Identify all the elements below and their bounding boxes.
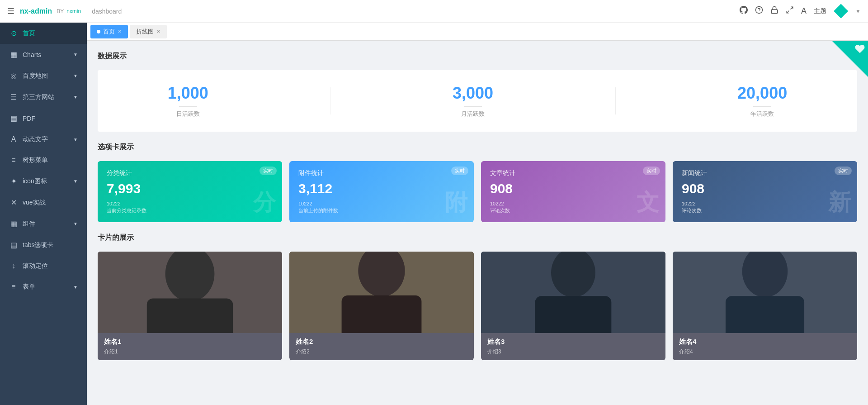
stat-daily-divider (179, 106, 197, 107)
sidebar-item-baidumap[interactable]: ◎ 百度地图 ▼ (0, 65, 87, 86)
sidebar: ⊙ 首页 ▦ Charts ▼ ◎ 百度地图 ▼ ☰ 第三方网站 ▼ ▤ PDF… (0, 23, 87, 405)
card-number-category: 7,993 (107, 181, 273, 196)
person-card-overlay-3: 姓名3 介绍3 (481, 333, 665, 360)
svg-rect-13 (535, 296, 612, 333)
treemenu-icon: ≡ (9, 156, 18, 164)
card-badge-category: 实时 (259, 167, 277, 175)
corner-decoration (832, 41, 868, 77)
sidebar-item-home[interactable]: ⊙ 首页 (0, 23, 87, 44)
section-data-title: 数据展示 (98, 52, 857, 61)
person-card-name-4: 姓名4 (679, 338, 851, 346)
stat-monthly-label: 月活跃数 (453, 110, 493, 118)
sidebar-item-charts[interactable]: ▦ Charts ▼ (0, 44, 87, 65)
card-title-news: 新闻统计 (682, 169, 848, 177)
tab-close-linechart[interactable]: ✕ (156, 29, 160, 34)
corner-deco-inner (832, 41, 868, 77)
stat-yearly: 20,000 年活跃数 (737, 84, 787, 118)
sidebar-label-components: 组件 (23, 220, 69, 228)
sidebar-item-vuepractice[interactable]: ✕ vue实战 (0, 192, 87, 213)
github-icon[interactable] (740, 6, 748, 16)
stat-monthly-number: 3,000 (453, 84, 493, 103)
vue-icon: ✕ (9, 198, 18, 207)
person-card-1: 姓名1 介绍1 (98, 252, 282, 360)
scroll-icon: ↕ (9, 262, 18, 270)
sidebar-label-thirdparty: 第三方网站 (23, 93, 69, 101)
section-option-title: 选项卡展示 (98, 143, 857, 152)
card-sub1-attachment: 10222 (298, 201, 465, 206)
person-card-sub-4: 介绍4 (679, 348, 851, 356)
icons-icon: ✦ (9, 177, 18, 186)
card-number-article: 908 (490, 181, 656, 196)
chevron-down-icon-dyn: ▼ (73, 137, 78, 142)
font-size-icon[interactable]: A (801, 6, 807, 16)
sidebar-label-scroll: 滚动定位 (23, 262, 78, 270)
person-img-4 (673, 252, 857, 333)
card-title-attachment: 附件统计 (298, 169, 465, 177)
sidebar-label-home: 首页 (23, 29, 78, 38)
help-icon[interactable] (755, 6, 763, 16)
stat-yearly-label: 年活跃数 (737, 110, 787, 118)
sidebar-label-baidumap: 百度地图 (23, 72, 69, 80)
header: ☰ nx-admin BY nxmin dashboard A 主题 ▼ (0, 0, 868, 23)
card-number-news: 908 (682, 181, 848, 196)
card-desc-attachment: 当前上传的附件数 (298, 207, 465, 214)
card-number-attachment: 3,112 (298, 181, 465, 196)
fullscreen-icon[interactable] (786, 6, 794, 16)
stat-daily-label: 日活跃数 (168, 110, 208, 118)
stat-yearly-divider (753, 106, 771, 107)
sidebar-label-charts: Charts (23, 51, 69, 58)
stat-separator-2 (615, 87, 616, 114)
stat-yearly-number: 20,000 (737, 84, 787, 103)
hamburger-icon[interactable]: ☰ (7, 6, 14, 16)
person-card-overlay-2: 姓名2 介绍2 (289, 333, 474, 360)
option-cards-row: 实时 分类统计 7,993 10222 当前分类总记录数 分 实时 附件统计 3… (98, 161, 857, 222)
tab-close-home[interactable]: ✕ (118, 29, 122, 34)
option-card-news: 实时 新闻统计 908 10222 评论次数 新 (673, 161, 857, 222)
theme-diamond-icon[interactable] (834, 4, 848, 19)
sidebar-item-icons[interactable]: ✦ icon图标 ▼ (0, 171, 87, 192)
person-card-name-2: 姓名2 (296, 338, 467, 346)
theme-button[interactable]: 主题 (814, 7, 826, 15)
sidebar-item-form[interactable]: ≡ 表单 ▼ (0, 276, 87, 297)
header-dropdown-arrow[interactable]: ▼ (855, 8, 861, 14)
card-desc-news: 评论次数 (682, 207, 848, 214)
tabs-icon: ▤ (9, 241, 18, 249)
sidebar-label-treemenu: 树形菜单 (23, 156, 78, 164)
sidebar-item-pdf[interactable]: ▤ PDF (0, 108, 87, 129)
logo-nxmin: nxmin (66, 8, 81, 14)
sidebar-item-scroll[interactable]: ↕ 滚动定位 (0, 256, 87, 276)
chevron-down-icon-form: ▼ (73, 285, 78, 290)
pdf-icon: ▤ (9, 114, 18, 123)
person-card-sub-3: 介绍3 (487, 348, 659, 356)
svg-line-3 (791, 7, 793, 9)
map-icon: ◎ (9, 71, 18, 80)
svg-rect-7 (147, 299, 233, 333)
sidebar-item-components[interactable]: ▦ 组件 ▼ (0, 213, 87, 234)
card-sub1-article: 10222 (490, 201, 656, 206)
sidebar-item-tabs[interactable]: ▤ tabs选项卡 (0, 234, 87, 256)
person-card-sub-1: 介绍1 (104, 348, 276, 356)
person-img-1 (98, 252, 282, 333)
header-logo: nx-admin BY nxmin (20, 7, 81, 15)
stat-separator-1 (330, 87, 330, 114)
lock-icon[interactable] (770, 6, 778, 16)
card-watermark-news: 新 (828, 187, 851, 218)
logo-by: BY (57, 8, 64, 14)
card-watermark-article: 文 (637, 187, 659, 218)
layout: ⊙ 首页 ▦ Charts ▼ ◎ 百度地图 ▼ ☰ 第三方网站 ▼ ▤ PDF… (0, 23, 868, 405)
sidebar-label-tabs: tabs选项卡 (23, 241, 78, 249)
card-title-article: 文章统计 (490, 169, 656, 177)
tabs-bar: 首页 ✕ 折线图 ✕ (87, 23, 868, 41)
thirdparty-icon: ☰ (9, 93, 18, 101)
option-card-article: 实时 文章统计 908 10222 评论次数 文 (481, 161, 665, 222)
tab-linechart[interactable]: 折线图 ✕ (130, 25, 167, 38)
sidebar-item-treemenu[interactable]: ≡ 树形菜单 (0, 150, 87, 171)
sidebar-item-thirdparty[interactable]: ☰ 第三方网站 ▼ (0, 86, 87, 108)
svg-rect-16 (726, 296, 804, 333)
sidebar-label-icons: icon图标 (23, 177, 69, 186)
person-card-name-1: 姓名1 (104, 338, 276, 346)
person-card-2: 姓名2 介绍2 (289, 252, 474, 360)
sidebar-item-dynamictext[interactable]: A 动态文字 ▼ (0, 129, 87, 150)
tab-home[interactable]: 首页 ✕ (90, 25, 128, 38)
person-card-3: 姓名3 介绍3 (481, 252, 665, 360)
